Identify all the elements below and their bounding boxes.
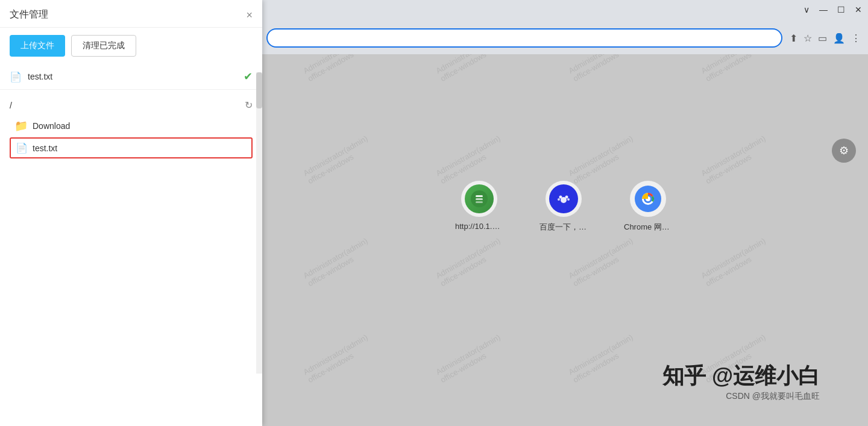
svg-point-7 [565,196,568,199]
file-browser-header: / ↻ [10,95,253,116]
chrome-svg-icon [634,184,662,213]
window-controls: ∨ — ☐ ✕ [804,5,862,14]
svg-point-8 [558,198,560,201]
file-item-testtxt[interactable]: 📄 test.txt [10,137,253,158]
chrome-address-row: ⬆ ☆ ▭ 👤 ⋮ [259,22,868,54]
branding-sub-text: CSDN @我就要叫毛血旺 [662,391,820,402]
shortcut-item[interactable]: http://10.1.11.... [455,181,503,233]
file-manager-header: 文件管理 × [0,0,262,28]
file-manager-panel: 文件管理 × 上传文件 清理已完成 📄 test.txt ✔ / ↻ 📁 Dow… [0,0,262,426]
shortcut-icon-wrap-chrome [630,181,666,217]
baidu-icon [549,184,578,213]
branding: 知乎 @运维小白 CSDN @我就要叫毛血旺 [662,362,820,402]
svg-rect-3 [476,201,483,203]
chrome-tabs-row [259,0,868,22]
profile-icon[interactable]: 👤 [833,33,845,44]
file-browser[interactable]: / ↻ 📁 Download 📄 test.txt [0,90,262,426]
shortcut-label-chrome: Chrome 网上... [624,222,672,233]
uploaded-file-item: 📄 test.txt ✔ [0,64,262,90]
shortcut-item-chrome[interactable]: Chrome 网上... [624,181,672,233]
address-bar[interactable] [266,28,782,48]
svg-rect-2 [476,198,483,200]
folder-name: Download [33,121,70,131]
uploaded-file-name: test.txt [28,72,237,81]
file-manager-close-button[interactable]: × [246,10,253,20]
sidebar-toggle-icon[interactable]: ▭ [818,33,827,44]
svg-point-6 [559,196,562,199]
shortcut-label-baidu: 百度一下，你... [539,222,588,233]
watermark: Administrator(admin)office-windows [700,134,772,186]
chevron-down-icon[interactable]: ∨ [804,5,810,14]
share-icon[interactable]: ⬆ [790,33,797,44]
shortcut-label: http://10.1.11.... [455,222,503,231]
watermark: Administrator(admin)office-windows [435,333,506,384]
refresh-icon[interactable]: ↻ [245,99,253,111]
layered-svg-icon [470,189,489,208]
folder-icon: 📁 [14,119,28,133]
watermark: Administrator(admin)office-windows [567,134,639,186]
bookmark-icon[interactable]: ☆ [804,33,812,44]
menu-icon[interactable]: ⋮ [851,33,861,44]
watermark: Administrator(admin)office-windows [700,236,772,288]
svg-rect-1 [476,195,483,197]
shortcut-icon-layered [465,184,494,213]
upload-file-button[interactable]: 上传文件 [10,35,65,57]
file-name: test.txt [33,143,57,153]
svg-point-9 [567,198,570,201]
watermark: Administrator(admin)office-windows [302,333,374,384]
shortcut-item-baidu[interactable]: 百度一下，你... [539,181,588,233]
minimize-button[interactable]: — [819,5,828,14]
baidu-svg-icon [554,189,573,208]
watermark: Administrator(admin)office-windows [435,236,506,288]
watermark: Administrator(admin)office-windows [435,134,506,186]
watermark: Administrator(admin)office-windows [567,236,639,288]
scrollbar[interactable] [256,72,262,374]
folder-item-download[interactable]: 📁 Download [10,116,253,136]
watermark: Administrator(admin)office-windows [302,236,374,288]
file-icon: 📄 [16,142,28,154]
file-manager-title: 文件管理 [10,8,48,21]
current-path: / [10,101,12,110]
watermark: Administrator(admin)office-windows [302,134,374,186]
settings-gear-button[interactable]: ⚙ [832,139,856,163]
shortcut-icon-wrap [461,181,497,217]
file-manager-toolbar: 上传文件 清理已完成 [0,28,262,64]
file-type-icon: 📄 [10,71,22,83]
scrollbar-thumb[interactable] [256,72,262,108]
watermark: Administrator(admin)office-windows [567,333,639,384]
chrome-topbar: ∨ — ☐ ✕ ⬆ ☆ ▭ 👤 ⋮ [259,0,868,54]
upload-success-icon: ✔ [244,70,253,83]
branding-main-text: 知乎 @运维小白 [662,362,820,391]
close-button[interactable]: ✕ [855,5,862,14]
gear-icon: ⚙ [839,144,849,157]
clear-completed-button[interactable]: 清理已完成 [71,35,136,57]
chrome-toolbar-icons: ⬆ ☆ ▭ 👤 ⋮ [790,33,861,44]
shortcut-icon-wrap-baidu [546,181,582,217]
maximize-button[interactable]: ☐ [837,5,845,14]
shortcuts-area: http://10.1.11.... 百度一下，你... [259,181,868,233]
